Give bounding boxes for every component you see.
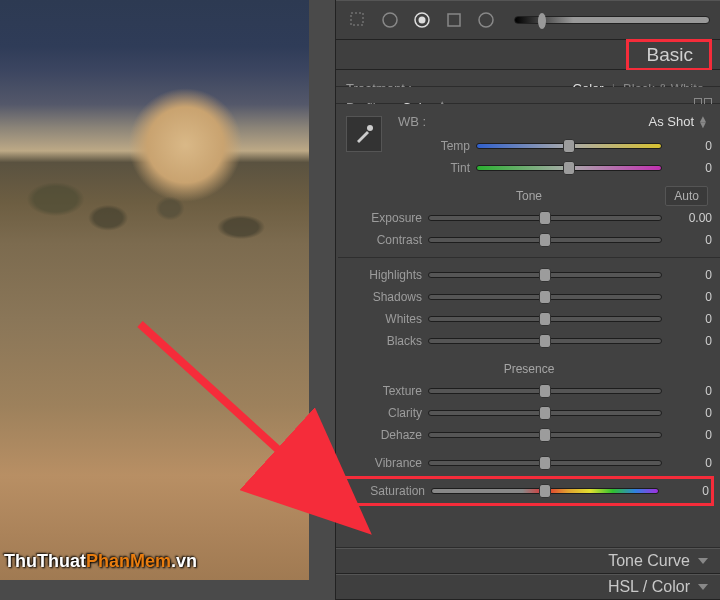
chevron-down-icon [698, 584, 708, 590]
watermark-text: ThuThuatPhanMem.vn [4, 551, 197, 572]
profile-section: Profile : Color ▲▼ [336, 87, 720, 104]
exposure-mini-slider[interactable] [514, 16, 710, 24]
wb-value: As Shot [649, 114, 695, 129]
clarity-slider[interactable]: Clarity 0 [346, 402, 712, 424]
eyedropper-icon[interactable] [346, 116, 382, 152]
svg-point-5 [479, 13, 493, 27]
wb-label: WB : [398, 114, 426, 129]
circle-filled-icon[interactable] [410, 8, 434, 32]
presence-heading: Presence [346, 358, 712, 380]
treatment-section: Treatment : Color | Black & White [336, 70, 720, 87]
svg-point-1 [383, 13, 397, 27]
dehaze-slider[interactable]: Dehaze 0 [346, 424, 712, 446]
tool-strip [336, 0, 720, 40]
highlights-slider[interactable]: Highlights 0 [346, 264, 712, 286]
basic-panel-body: WB : As Shot ▲▼ Temp 0 Tint 0 [336, 104, 720, 548]
svg-point-6 [367, 125, 373, 131]
brush-tool-icon[interactable] [474, 8, 498, 32]
texture-slider[interactable]: Texture 0 [346, 380, 712, 402]
svg-rect-4 [448, 14, 460, 26]
tone-heading: Tone Auto [346, 185, 712, 207]
preview-image[interactable] [0, 0, 309, 580]
blacks-slider[interactable]: Blacks 0 [346, 330, 712, 352]
contrast-slider[interactable]: Contrast 0 [346, 229, 712, 251]
svg-rect-0 [351, 13, 363, 25]
hsl-label: HSL / Color [608, 578, 690, 596]
circle-outline-icon[interactable] [378, 8, 402, 32]
shadows-slider[interactable]: Shadows 0 [346, 286, 712, 308]
whites-slider[interactable]: Whites 0 [346, 308, 712, 330]
exposure-slider[interactable]: Exposure 0.00 [346, 207, 712, 229]
hsl-panel-header[interactable]: HSL / Color [336, 574, 720, 600]
tint-slider[interactable]: Tint 0 [394, 157, 712, 179]
saturation-slider[interactable]: Saturation 0 [349, 480, 709, 502]
tone-curve-label: Tone Curve [608, 552, 690, 570]
chevron-down-icon [698, 558, 708, 564]
crop-tool-icon[interactable] [346, 8, 370, 32]
tone-curve-panel-header[interactable]: Tone Curve [336, 548, 720, 574]
vibrance-slider[interactable]: Vibrance 0 [346, 452, 712, 474]
saturation-highlight: Saturation 0 [344, 476, 714, 506]
basic-panel-header[interactable]: Basic [336, 40, 720, 70]
preview-pane: ThuThuatPhanMem.vn [0, 0, 335, 600]
rect-tool-icon[interactable] [442, 8, 466, 32]
wb-dropdown[interactable]: As Shot ▲▼ [649, 114, 708, 129]
develop-panel: Basic Treatment : Color | Black & White … [335, 0, 720, 600]
svg-point-3 [419, 17, 426, 24]
basic-panel-title: Basic [626, 39, 712, 71]
auto-button[interactable]: Auto [665, 186, 708, 206]
temp-slider[interactable]: Temp 0 [394, 135, 712, 157]
